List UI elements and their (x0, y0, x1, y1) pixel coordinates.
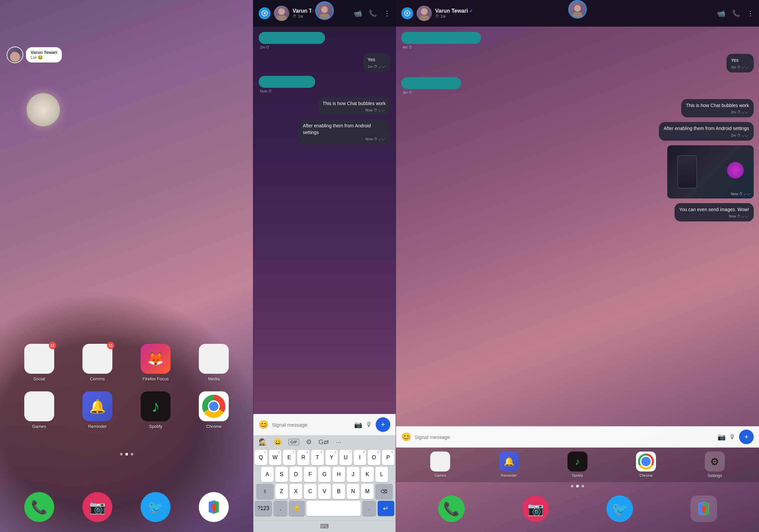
message-input-middle[interactable] (272, 422, 351, 428)
key-e[interactable]: E3 (283, 450, 296, 465)
app-item-games[interactable]: Games (24, 391, 54, 429)
keyboard-bottom-nav: ⌨ (253, 520, 396, 532)
app-item-comms[interactable]: 11 Comms (82, 344, 112, 381)
header-actions-right: 📹 📞 ⋮ (717, 9, 754, 17)
dock-phone[interactable]: 📞 (24, 492, 54, 522)
key-k[interactable]: K (361, 467, 374, 482)
key-f[interactable]: F (304, 467, 316, 482)
sent-yes-time: 1m ⏱ ✓✓ (368, 65, 386, 68)
app-icon-chrome (199, 391, 229, 421)
emoji-button-middle[interactable]: 😊 (259, 420, 269, 429)
app-item-media[interactable]: Media (199, 344, 229, 381)
dock-maps[interactable] (199, 492, 229, 522)
right-dot-2 (576, 485, 579, 487)
avatar-head-right (421, 8, 428, 15)
right-maps-icon[interactable] (691, 495, 717, 522)
key-period[interactable]: . (362, 501, 376, 516)
app-item-reminder[interactable]: Reminder (82, 391, 112, 429)
dock: 📞 📷 🐦 (0, 492, 253, 522)
nav-keyboard-icon[interactable]: ⌨ (320, 523, 329, 530)
message-input-right[interactable] (415, 434, 714, 440)
key-u[interactable]: U7 (339, 450, 352, 465)
app-item-firefox[interactable]: Firefox Focus (141, 344, 171, 381)
person-head (321, 6, 328, 13)
key-backspace[interactable]: ⌫ (375, 484, 393, 499)
key-g[interactable]: G (318, 467, 331, 482)
app-item-spotify[interactable]: Spotify (141, 391, 171, 429)
key-emoji[interactable]: 😊 (289, 501, 305, 516)
key-l[interactable]: L (375, 467, 388, 482)
video-call-icon[interactable]: 📹 (354, 9, 362, 17)
send-button-right[interactable]: + (739, 430, 754, 444)
app-icon-reminder (82, 391, 112, 421)
key-b[interactable]: B (332, 484, 345, 499)
message-sent-yes: Yes 1m ⏱ ✓✓ (259, 53, 390, 72)
avatar-body (277, 16, 287, 21)
right-notif-bubble[interactable] (568, 0, 587, 19)
send-button-middle[interactable]: + (376, 417, 390, 432)
key-r[interactable]: R4 (297, 450, 310, 465)
key-a[interactable]: A (261, 467, 274, 482)
key-n[interactable]: N (347, 484, 359, 499)
right-dock-settings[interactable]: ⚙ Settings (705, 452, 725, 478)
phone-in-image (677, 155, 697, 189)
more-tools-icon[interactable]: ··· (336, 438, 341, 446)
key-o[interactable]: O9 (368, 450, 380, 465)
key-shift[interactable]: ⇧ (256, 484, 274, 499)
page-dot-1 (120, 453, 123, 456)
chat-bubble-notification[interactable]: Varun Tewari Lol 😂 (7, 47, 62, 63)
dock-camera[interactable]: 📷 (82, 492, 112, 522)
emoji-button-right[interactable]: 😊 (401, 432, 411, 442)
mic-input-icon[interactable]: 🎙 (366, 421, 372, 429)
key-m[interactable]: M (361, 484, 374, 499)
right-twitter-icon[interactable]: 🐦 (606, 495, 633, 522)
key-d[interactable]: D (290, 467, 302, 482)
key-t[interactable]: T5 (311, 450, 324, 465)
settings-icon[interactable]: ⚙ (306, 438, 312, 446)
camera-input-icon[interactable]: 📷 (354, 421, 362, 429)
right-dock-chrome[interactable]: Chrome (636, 452, 656, 478)
right-camera-icon[interactable]: 📷 (522, 495, 549, 522)
sticker-icon[interactable]: 😄 (274, 438, 282, 446)
right-sent-yes-time: 3m ⏱ ✓✓ (731, 65, 749, 69)
key-space[interactable] (307, 501, 361, 516)
voice-call-icon-right[interactable]: 📞 (732, 9, 740, 17)
camera-icon-right[interactable]: 📷 (717, 433, 726, 441)
message-received-1: 2m ⏱ (259, 32, 390, 49)
key-q[interactable]: Q1 (255, 450, 267, 465)
top-bubble-notification[interactable] (311, 0, 338, 23)
key-s[interactable]: S (275, 467, 288, 482)
video-call-icon-right[interactable]: 📹 (717, 9, 725, 17)
key-x[interactable]: X (290, 484, 302, 499)
dock-twitter[interactable]: 🐦 (141, 492, 171, 522)
key-c[interactable]: C (304, 484, 316, 499)
gif-button[interactable]: GIF (289, 439, 299, 445)
right-dock-reminder[interactable]: 🔔 Reminder (499, 452, 519, 478)
spy-icon[interactable]: 🕵 (259, 438, 267, 446)
key-y[interactable]: Y6 (325, 450, 338, 465)
key-h[interactable]: H (332, 467, 345, 482)
key-enter[interactable]: ↵ (378, 501, 394, 516)
avatar (7, 47, 23, 63)
key-v[interactable]: V (318, 484, 331, 499)
key-p[interactable]: P0 (382, 450, 395, 465)
app-item-chrome[interactable]: Chrome (199, 391, 229, 429)
key-comma[interactable]: , (274, 501, 287, 516)
app-item-social[interactable]: 11 Social (24, 344, 54, 381)
key-j[interactable]: J (347, 467, 359, 482)
translate-icon[interactable]: G⇄ (318, 438, 329, 446)
voice-call-icon[interactable]: 📞 (369, 9, 377, 17)
key-z[interactable]: Z (275, 484, 288, 499)
more-options-icon[interactable]: ⋮ (384, 9, 390, 17)
mic-icon-right[interactable]: 🎙 (729, 433, 736, 441)
maps-icon (205, 499, 222, 515)
right-dock-spotify[interactable]: ♪ Spotify (568, 452, 587, 478)
right-dock-games[interactable]: Games (430, 452, 450, 478)
key-i[interactable]: I8 (354, 450, 366, 465)
key-w[interactable]: W2 (269, 450, 282, 465)
right-sent-yes-bubble: Yes 3m ⏱ ✓✓ (726, 54, 754, 72)
teal-bar-2 (259, 76, 315, 88)
right-phone-icon[interactable]: 📞 (438, 495, 465, 522)
more-options-icon-right[interactable]: ⋮ (747, 9, 754, 17)
key-symbol[interactable]: ?123 (255, 501, 272, 516)
